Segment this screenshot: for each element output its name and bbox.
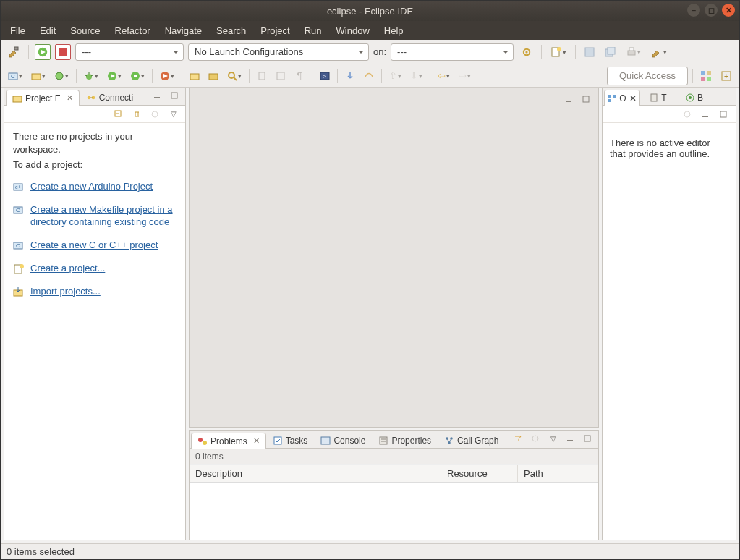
problems-table-header: Description Resource Path Location Type bbox=[190, 465, 598, 483]
toggle-mark-button[interactable] bbox=[254, 68, 270, 84]
menu-navigate[interactable]: Navigate bbox=[158, 23, 208, 38]
menu-edit[interactable]: Edit bbox=[33, 23, 62, 38]
editor-minimize-button[interactable] bbox=[561, 91, 577, 107]
class-icon bbox=[54, 71, 64, 81]
tab-tasklist[interactable]: T bbox=[640, 89, 676, 105]
tab-problems[interactable]: Problems ✕ bbox=[191, 433, 266, 449]
save-all-button[interactable] bbox=[602, 44, 619, 60]
gear-icon bbox=[521, 46, 532, 58]
menu-run[interactable]: Run bbox=[298, 23, 328, 38]
new-class-button[interactable]: ▾ bbox=[51, 68, 72, 84]
prev-annotation-button[interactable]: ⇧▾ bbox=[386, 68, 404, 84]
window-minimize-button[interactable]: – bbox=[687, 4, 700, 17]
tab-properties[interactable]: Properties bbox=[372, 432, 438, 448]
save-button[interactable] bbox=[582, 44, 597, 60]
filter-arrow-icon bbox=[513, 433, 523, 444]
svg-point-80 bbox=[684, 111, 690, 117]
run-dropdown-button[interactable]: ▾ bbox=[104, 68, 124, 84]
search-button[interactable]: ▾ bbox=[224, 68, 244, 84]
launch-config-combo[interactable]: No Launch Configurations bbox=[188, 43, 369, 61]
open-type-button[interactable] bbox=[187, 68, 203, 84]
link-create-c-cpp[interactable]: Create a new C or C++ project bbox=[30, 239, 158, 252]
col-description[interactable]: Description bbox=[190, 465, 441, 482]
menu-source[interactable]: Source bbox=[64, 23, 106, 38]
build-button[interactable] bbox=[5, 44, 22, 60]
menu-file[interactable]: File bbox=[4, 23, 32, 38]
step-into-button[interactable] bbox=[342, 68, 358, 84]
bottom-maximize-button[interactable] bbox=[579, 430, 595, 446]
svg-rect-76 bbox=[608, 99, 611, 102]
link-create-makefile[interactable]: Create a new Makefile project in a direc… bbox=[30, 203, 177, 229]
close-icon[interactable]: ✕ bbox=[64, 93, 73, 103]
next-annotation-button[interactable]: ⇩▾ bbox=[407, 68, 425, 84]
target-icon bbox=[686, 93, 694, 102]
menu-refactor[interactable]: Refactor bbox=[109, 23, 157, 38]
problems-view-menu-button[interactable]: ▽ bbox=[545, 430, 561, 446]
menu-window[interactable]: Window bbox=[330, 23, 376, 38]
tab-connections[interactable]: Connecti bbox=[80, 89, 140, 105]
minimize-icon bbox=[565, 96, 572, 103]
new-folder-button[interactable]: ▾ bbox=[28, 68, 48, 84]
forward-button[interactable]: ⇨▾ bbox=[456, 68, 474, 84]
editor-maximize-button[interactable] bbox=[578, 91, 594, 107]
open-perspective-button[interactable]: + bbox=[718, 68, 735, 84]
problems-focus-button[interactable] bbox=[527, 430, 543, 446]
tab-build-targets[interactable]: B bbox=[676, 89, 713, 105]
external-tools-button[interactable]: ▾ bbox=[157, 68, 177, 84]
view-maximize-button[interactable] bbox=[166, 88, 182, 103]
view-minimize-button[interactable] bbox=[149, 88, 165, 103]
toggle-block-button[interactable] bbox=[273, 68, 289, 84]
link-import-projects[interactable]: Import projects... bbox=[30, 285, 101, 298]
outline-minimize-button[interactable] bbox=[697, 106, 713, 122]
tab-tasks[interactable]: Tasks bbox=[266, 432, 315, 448]
outline-maximize-button[interactable] bbox=[715, 106, 731, 122]
menu-search[interactable]: Search bbox=[210, 23, 252, 38]
run-button[interactable] bbox=[35, 44, 51, 60]
bottom-minimize-button[interactable] bbox=[562, 430, 578, 446]
launch-target-combo[interactable]: --- bbox=[391, 43, 514, 61]
tab-callgraph[interactable]: Call Graph bbox=[438, 432, 505, 448]
problems-table-body[interactable] bbox=[190, 483, 598, 540]
outline-focus-button[interactable] bbox=[679, 106, 695, 122]
link-create-arduino[interactable]: Create a new Arduino Project bbox=[30, 180, 153, 193]
back-button[interactable]: ⇦▾ bbox=[435, 68, 453, 84]
step-over-button[interactable] bbox=[361, 68, 377, 84]
view-menu-button[interactable]: ▽ bbox=[165, 106, 181, 122]
profile-button[interactable]: ▾ bbox=[127, 68, 148, 84]
new-cproject-button[interactable]: C▾ bbox=[5, 68, 25, 84]
print-button[interactable]: ▾ bbox=[624, 44, 644, 60]
close-icon[interactable]: ✕ bbox=[250, 436, 260, 446]
menu-project[interactable]: Project bbox=[254, 23, 296, 38]
terminal-button[interactable]: ＞ bbox=[317, 68, 333, 84]
launch-mode-combo[interactable]: --- bbox=[75, 43, 184, 61]
link-create-project[interactable]: Create a project... bbox=[30, 262, 105, 275]
svg-rect-38 bbox=[707, 77, 711, 81]
focus-task-button[interactable] bbox=[147, 106, 163, 122]
menu-help[interactable]: Help bbox=[378, 23, 410, 38]
window-close-button[interactable]: ✕ bbox=[722, 4, 735, 17]
tab-outline[interactable]: O ✕ bbox=[604, 90, 640, 106]
quick-access-field[interactable]: Quick Access bbox=[607, 67, 688, 85]
tab-label: Project E bbox=[25, 93, 61, 103]
problems-filter-button[interactable] bbox=[510, 430, 526, 446]
task-folder-button[interactable] bbox=[205, 68, 221, 84]
build-all-button[interactable]: ▾ bbox=[648, 44, 670, 60]
launch-target-settings-button[interactable] bbox=[518, 44, 535, 60]
list-item: C Create a new C or C++ project bbox=[13, 239, 177, 252]
tab-project-explorer[interactable]: Project E ✕ bbox=[6, 90, 80, 106]
perspective-cpp-button[interactable] bbox=[697, 68, 715, 84]
tab-console[interactable]: Console bbox=[314, 432, 372, 448]
close-icon[interactable]: ✕ bbox=[629, 93, 637, 103]
editor-area[interactable] bbox=[189, 88, 599, 428]
main-toolbar-row1: --- No Launch Configurations on: --- ▾ ▾… bbox=[1, 40, 739, 64]
stop-button[interactable] bbox=[55, 44, 71, 60]
link-editor-button[interactable] bbox=[129, 106, 145, 122]
collapse-all-button[interactable] bbox=[111, 106, 127, 122]
new-button[interactable]: ▾ bbox=[548, 44, 569, 60]
debug-button[interactable]: ▾ bbox=[81, 68, 101, 84]
show-whitespace-button[interactable]: ¶ bbox=[292, 68, 307, 84]
status-bar: 0 items selected bbox=[1, 543, 739, 559]
col-resource[interactable]: Resource bbox=[441, 465, 518, 482]
window-maximize-button[interactable]: ◻ bbox=[705, 4, 718, 17]
separator bbox=[692, 69, 693, 83]
